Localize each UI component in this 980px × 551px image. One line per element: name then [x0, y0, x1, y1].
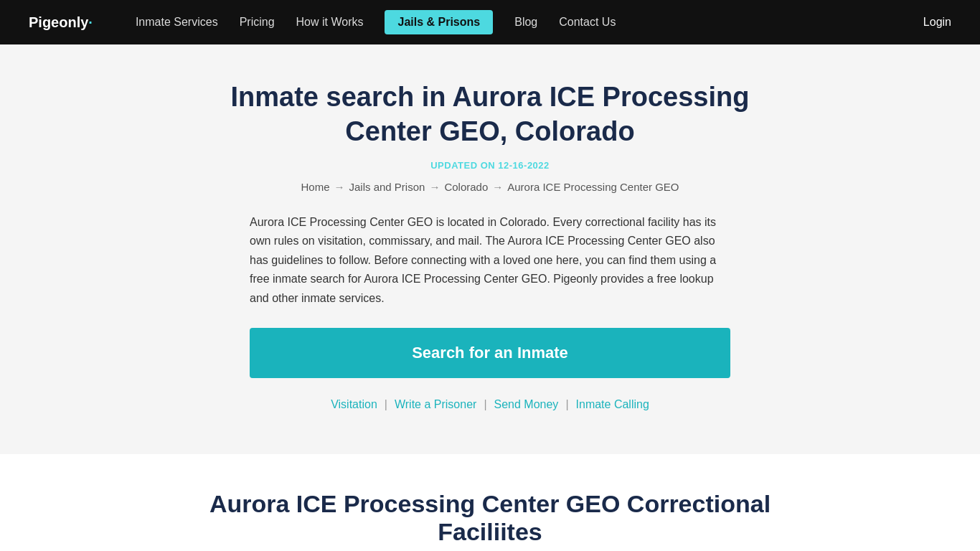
nav-pricing[interactable]: Pricing	[240, 16, 275, 29]
sep-2: |	[484, 398, 486, 411]
nav-inmate-services[interactable]: Inmate Services	[136, 16, 218, 29]
sep-3: |	[565, 398, 568, 411]
quick-link-inmate-calling[interactable]: Inmate Calling	[576, 398, 649, 411]
search-inmate-button[interactable]: Search for an Inmate	[250, 328, 730, 378]
nav-blog[interactable]: Blog	[514, 16, 537, 29]
breadcrumb-arrow-3: →	[492, 181, 503, 193]
breadcrumb-facility: Aurora ICE Processing Center GEO	[507, 181, 679, 193]
quick-link-visitation[interactable]: Visitation	[331, 398, 377, 411]
facilities-title: Aurora ICE Processing Center GEO Correct…	[167, 490, 813, 546]
quick-link-send-money[interactable]: Send Money	[494, 398, 559, 411]
breadcrumb-arrow-1: →	[334, 181, 344, 193]
facilities-section: Aurora ICE Processing Center GEO Correct…	[0, 454, 980, 551]
breadcrumb-state[interactable]: Colorado	[444, 181, 488, 193]
breadcrumb-jails[interactable]: Jails and Prison	[349, 181, 425, 193]
updated-label: UPDATED ON 12-16-2022	[14, 160, 966, 171]
login-button[interactable]: Login	[923, 16, 951, 29]
page-title: Inmate search in Aurora ICE Processing C…	[210, 80, 770, 149]
navbar: Pigeonly· Inmate Services Pricing How it…	[0, 0, 980, 44]
quick-links: Visitation | Write a Prisoner | Send Mon…	[14, 398, 966, 411]
hero-section: Inmate search in Aurora ICE Processing C…	[0, 44, 980, 454]
facility-description: Aurora ICE Processing Center GEO is loca…	[250, 213, 730, 308]
logo-dot: ·	[88, 14, 93, 30]
sep-1: |	[385, 398, 387, 411]
nav-how-it-works[interactable]: How it Works	[296, 16, 364, 29]
nav-links: Inmate Services Pricing How it Works Jai…	[136, 10, 923, 34]
nav-contact-us[interactable]: Contact Us	[559, 16, 616, 29]
breadcrumb-arrow-2: →	[429, 181, 440, 193]
nav-jails-prisons[interactable]: Jails & Prisons	[385, 10, 493, 34]
logo[interactable]: Pigeonly·	[29, 14, 93, 31]
breadcrumb-home[interactable]: Home	[301, 181, 329, 193]
breadcrumb: Home → Jails and Prison → Colorado → Aur…	[14, 181, 966, 193]
quick-link-write-prisoner[interactable]: Write a Prisoner	[395, 398, 476, 411]
